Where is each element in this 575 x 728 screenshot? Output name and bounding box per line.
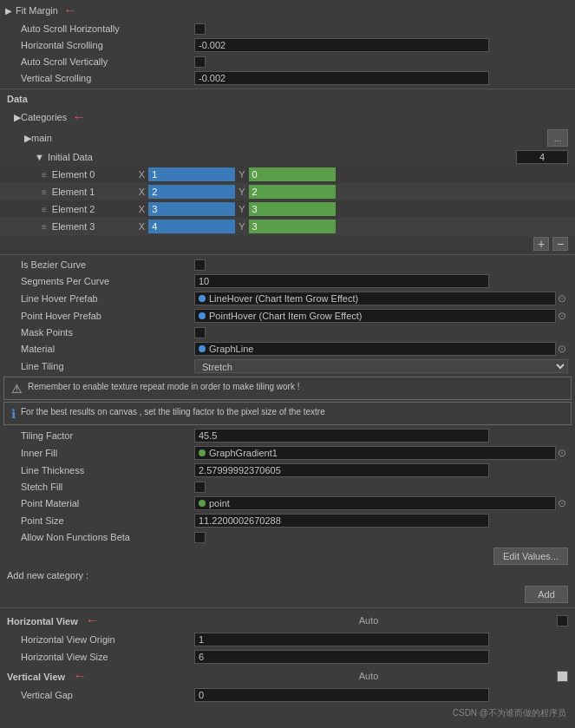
vertical-view-value: Auto xyxy=(180,671,557,681)
main-header[interactable]: ▶ main ... xyxy=(0,128,575,148)
drag-handle-2: ≡ xyxy=(42,205,47,214)
x-label-2: X xyxy=(139,204,145,214)
fit-margin-label: Fit Margin xyxy=(16,5,58,16)
line-hover-select-btn[interactable]: ⊙ xyxy=(556,292,568,305)
point-hover-prefab-field[interactable]: PointHover (Chart Item Grow Effect) xyxy=(194,309,556,323)
material-field[interactable]: GraphLine xyxy=(194,342,556,356)
horizontal-view-checkbox[interactable] xyxy=(557,615,568,626)
horizontal-view-origin-input[interactable] xyxy=(194,633,489,646)
y-label-1: Y xyxy=(238,187,245,197)
main-label: main xyxy=(31,133,52,143)
point-material-field[interactable]: point xyxy=(194,496,556,510)
allow-non-functions-checkbox[interactable] xyxy=(194,532,206,543)
initial-data-count[interactable] xyxy=(516,150,568,164)
material-dot xyxy=(199,345,206,352)
point-hover-select-btn[interactable]: ⊙ xyxy=(556,310,568,322)
line-thickness-label: Line Thickness xyxy=(21,465,194,475)
element-1-y[interactable] xyxy=(249,185,336,199)
x-label-0: X xyxy=(139,169,145,180)
edit-values-btn[interactable]: Edit Values... xyxy=(493,548,568,565)
categories-header[interactable]: ▶ Categories ← xyxy=(0,107,575,128)
fit-margin-arrow: ▶ xyxy=(5,6,12,16)
horizontal-scrolling-label: Horizontal Scrolling xyxy=(21,40,194,50)
horizontal-view-origin-label: Horizontal View Origin xyxy=(21,634,194,645)
tiling-factor-input[interactable] xyxy=(194,429,489,443)
initial-data-arrow: ▼ xyxy=(35,152,44,162)
add-category-label: Add new category : xyxy=(7,570,568,580)
vertical-scrolling-input[interactable] xyxy=(194,71,489,85)
element-1-x[interactable] xyxy=(148,185,235,199)
add-btn-row: Add xyxy=(0,583,575,606)
horizontal-view-origin-row: Horizontal View Origin xyxy=(0,631,575,648)
point-size-label: Point Size xyxy=(21,515,194,526)
line-thickness-input[interactable] xyxy=(194,463,489,477)
auto-scroll-v-checkbox[interactable] xyxy=(194,56,206,68)
categories-arrow-red: ← xyxy=(72,109,86,125)
inner-fill-select-btn[interactable]: ⊙ xyxy=(556,447,568,459)
info-text-1: For the best results on canvas , set the… xyxy=(21,406,325,418)
vv-arrow-red: ← xyxy=(73,668,87,683)
segments-input[interactable] xyxy=(194,274,489,288)
auto-scroll-h-checkbox[interactable] xyxy=(194,23,206,35)
mask-points-row: Mask Points xyxy=(0,325,575,340)
x-label-1: X xyxy=(139,187,145,197)
edit-values-row: Edit Values... xyxy=(0,545,575,567)
remove-element-btn[interactable]: − xyxy=(552,237,568,251)
is-bezier-label: Is Bezier Curve xyxy=(21,259,194,270)
element-2-y[interactable] xyxy=(249,202,336,216)
horizontal-view-value: Auto xyxy=(180,615,557,626)
vertical-scrolling-label: Vertical Scrolling xyxy=(21,73,194,83)
info-icon-1: ℹ xyxy=(11,407,16,421)
horizontal-view-size-input[interactable] xyxy=(194,650,489,664)
element-3-label: Element 3 xyxy=(52,221,139,232)
watermark: CSDN @不为谁而做的程序员 xyxy=(453,707,566,719)
inner-fill-field[interactable]: GraphGradient1 xyxy=(194,446,556,460)
add-element-btn[interactable]: + xyxy=(533,237,549,251)
categories-arrow: ▶ xyxy=(14,112,21,123)
material-select-btn[interactable]: ⊙ xyxy=(556,343,568,355)
main-more-btn[interactable]: ... xyxy=(547,129,568,147)
initial-data-header: ▼ Initial Data xyxy=(0,148,575,166)
line-tiling-select[interactable]: Stretch Tile xyxy=(194,359,568,373)
auto-scroll-h-row: Auto Scroll Horizontally xyxy=(0,21,575,36)
vertical-view-header: Vertical View ← Auto xyxy=(0,666,575,686)
warning-text-1: Remember to enable texture repeat mode i… xyxy=(28,381,300,393)
material-label: Material xyxy=(21,344,194,354)
material-value: GraphLine xyxy=(209,344,552,354)
inspector-panel: ▶ Fit Margin ← Auto Scroll Horizontally … xyxy=(0,0,575,704)
vertical-gap-input[interactable] xyxy=(194,688,489,702)
line-tiling-row: Line Tiling Stretch Tile xyxy=(0,357,575,375)
is-bezier-row: Is Bezier Curve xyxy=(0,257,575,272)
y-label-0: Y xyxy=(238,169,245,180)
y-label-3: Y xyxy=(238,221,245,232)
stetch-fill-checkbox[interactable] xyxy=(194,482,206,493)
add-category-btn[interactable]: Add xyxy=(525,586,568,603)
line-hover-prefab-value: LineHover (Chart Item Grow Effect) xyxy=(209,293,552,304)
vertical-view-checkbox[interactable] xyxy=(557,671,568,682)
element-3-y[interactable] xyxy=(249,220,336,233)
point-material-row: Point Material point ⊙ xyxy=(0,495,575,512)
element-3-x[interactable] xyxy=(148,220,235,233)
initial-data-label: Initial Data xyxy=(48,152,516,162)
horizontal-view-size-row: Horizontal View Size xyxy=(0,648,575,666)
point-size-input[interactable] xyxy=(194,514,489,528)
drag-handle-3: ≡ xyxy=(42,222,47,232)
inner-fill-value: GraphGradient1 xyxy=(209,448,552,458)
line-hover-prefab-field[interactable]: LineHover (Chart Item Grow Effect) xyxy=(194,292,556,305)
vertical-gap-row: Vertical Gap xyxy=(0,686,575,704)
is-bezier-checkbox[interactable] xyxy=(194,259,206,271)
horizontal-view-header: Horizontal View ← Auto xyxy=(0,610,575,631)
element-0-label: Element 0 xyxy=(52,169,139,180)
tiling-factor-label: Tiling Factor xyxy=(21,430,194,441)
element-0-x[interactable] xyxy=(148,167,235,181)
point-material-select-btn[interactable]: ⊙ xyxy=(556,497,568,509)
mask-points-label: Mask Points xyxy=(21,327,194,338)
info-box-1: ℹ For the best results on canvas , set t… xyxy=(3,402,572,425)
horizontal-scrolling-input[interactable] xyxy=(194,38,489,52)
element-0-y[interactable] xyxy=(249,167,336,181)
element-2-x[interactable] xyxy=(148,202,235,216)
fit-margin-header[interactable]: ▶ Fit Margin ← xyxy=(0,0,575,21)
material-row: Material GraphLine ⊙ xyxy=(0,340,575,357)
horizontal-view-size-label: Horizontal View Size xyxy=(21,652,194,662)
mask-points-checkbox[interactable] xyxy=(194,327,206,338)
